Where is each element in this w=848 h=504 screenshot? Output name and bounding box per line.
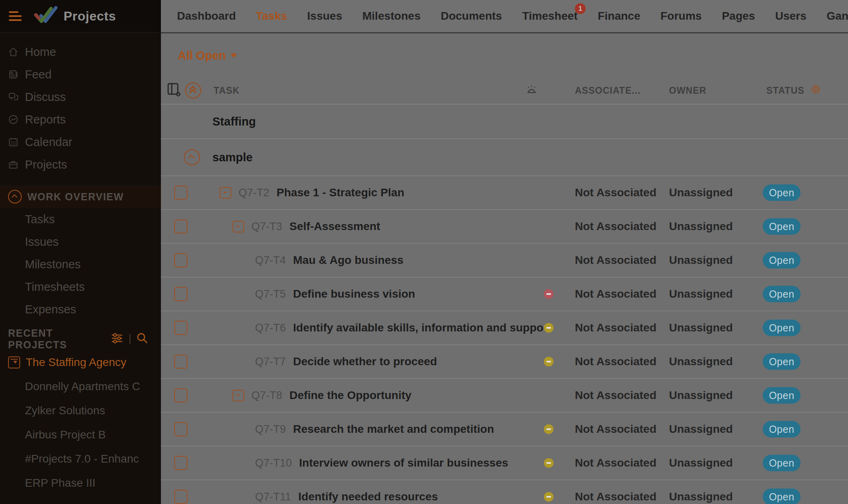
recent-project-item[interactable]: The Staffing Agency [0,350,161,374]
priority-red-icon[interactable] [544,289,554,299]
tab-finance[interactable]: Finance [598,10,640,23]
task-cell: Q7-T6Identify available skills, informat… [255,311,543,344]
recent-project-item[interactable]: Zylker Solutions [0,399,161,423]
collapse-task-icon[interactable] [220,187,231,199]
task-name-link[interactable]: Research the market and competition [293,423,494,436]
task-cell: Q7-T7Decide whether to proceed [255,345,437,378]
recent-project-label: ERP Phase III [25,477,95,490]
row-checkbox[interactable] [174,389,187,403]
column-header-associated[interactable]: ASSOCIATE... [575,85,641,96]
table-header: TASK ASSOCIATE... OWNER STATUS [161,77,848,105]
recent-project-item[interactable]: Airbus Project B [0,423,161,447]
collapse-all-icon[interactable] [185,82,201,99]
feed-icon [8,69,19,80]
task-name-link[interactable]: Phase 1 - Strategic Plan [277,186,404,199]
status-badge[interactable]: Open [763,421,801,438]
status-badge[interactable]: Open [763,320,801,336]
row-checkbox[interactable] [174,253,187,267]
status-badge[interactable]: Open [763,387,801,404]
row-checkbox[interactable] [174,456,187,470]
priority-yellow-icon[interactable] [544,357,554,366]
status-badge[interactable]: Open [763,354,801,370]
recent-project-item[interactable]: ERP Phase III [0,471,161,495]
column-header-owner[interactable]: OWNER [669,85,706,96]
sidebar-item-projects[interactable]: Projects [0,153,161,176]
sidebar-item-milestones[interactable]: Milestones [0,253,161,276]
sidebar-item-feed[interactable]: Feed [0,63,161,86]
row-checkbox[interactable] [174,355,187,369]
priority-yellow-icon[interactable] [544,424,554,434]
task-name-link[interactable]: Mau & Ago business [293,254,403,267]
recent-projects-title: RECENT PROJECTS [8,327,110,351]
tab-forums[interactable]: Forums [661,10,702,23]
group-name[interactable]: Staffing [212,115,256,128]
row-checkbox[interactable] [174,186,187,200]
tab-timesheet[interactable]: Timesheet1 [522,10,578,23]
sidebar-item-calendar[interactable]: Calendar [0,131,161,153]
collapse-task-icon[interactable] [233,390,244,401]
status-badge[interactable]: Open [763,252,801,269]
task-name-link[interactable]: Self-Assessment [290,220,381,233]
recent-project-item[interactable]: Donnelly Apartments C [0,374,161,399]
task-name-link[interactable]: Identify available skills, information a… [293,321,543,334]
recent-project-item[interactable]: #Projects 7.0 - Enhanc [0,447,161,471]
priority-yellow-icon[interactable] [544,458,554,468]
tab-tasks[interactable]: Tasks [256,10,287,23]
filter-sliders-icon[interactable] [110,331,124,347]
task-name-link[interactable]: Interview owners of similar businesses [299,457,508,469]
column-header-status[interactable]: STATUS [766,84,821,97]
task-cell: Q7-T3Self-Assessment [233,210,380,243]
task-id: Q7-T10 [255,457,292,469]
sidebar-item-reports[interactable]: Reports [0,108,161,131]
column-header-task[interactable]: TASK [214,85,240,96]
task-name-link[interactable]: Define business vision [293,288,415,300]
tab-dashboard[interactable]: Dashboard [177,10,236,23]
task-cell: Q7-T8Define the Opportunity [233,379,412,412]
sidebar-item-issues[interactable]: Issues [0,230,161,253]
column-settings-icon[interactable] [167,82,181,99]
tab-issues[interactable]: Issues [307,10,342,23]
priority-yellow-icon[interactable] [544,492,554,502]
tab-pages[interactable]: Pages [722,10,755,23]
sidebar-item-label: Projects [25,158,67,171]
priority-yellow-icon[interactable] [544,323,554,333]
recent-projects-header: RECENT PROJECTS [0,328,161,350]
row-checkbox[interactable] [174,422,187,436]
sidebar-item-expenses[interactable]: Expenses [0,298,161,321]
row-checkbox[interactable] [174,287,187,301]
status-badge[interactable]: Open [763,185,801,201]
notification-badge: 1 [575,3,586,14]
status-settings-gear-icon[interactable] [810,84,821,97]
collapse-task-icon[interactable] [233,221,244,232]
sidebar-item-timesheets[interactable]: Timesheets [0,276,161,298]
sidebar-item-tasks[interactable]: Tasks [0,208,161,230]
tab-milestones[interactable]: Milestones [362,10,421,23]
task-name-link[interactable]: Define the Opportunity [290,389,412,402]
sidebar-item-home[interactable]: Home [0,41,161,63]
row-checkbox[interactable] [174,490,187,504]
status-badge[interactable]: Open [763,286,801,302]
table-row: Q7-T8Define the OpportunityNot Associate… [161,378,848,412]
chevron-down-icon [231,53,237,61]
task-name-link[interactable]: Identify needed resources [298,490,438,503]
search-icon[interactable] [136,332,149,346]
task-name-link[interactable]: Decide whether to proceed [293,355,437,368]
collapse-group-icon[interactable] [184,149,200,165]
hamburger-menu-icon[interactable] [9,11,23,21]
task-table-body: Q7-T2Phase 1 - Strategic PlanNot Associa… [161,175,848,504]
tab-label: Forums [661,10,702,22]
tab-gantt-reports[interactable]: Gantt & Reports [827,10,848,23]
task-view-filter-dropdown[interactable]: All Open [178,49,237,62]
work-overview-header[interactable]: WORK OVERVIEW [0,185,161,208]
sidebar-item-discuss[interactable]: Discuss [0,86,161,108]
tab-users[interactable]: Users [775,10,807,23]
row-checkbox[interactable] [174,220,187,234]
status-badge[interactable]: Open [763,218,801,235]
status-badge[interactable]: Open [763,455,801,471]
row-checkbox[interactable] [174,321,187,335]
tab-label: Gantt & Reports [827,10,848,22]
group-name[interactable]: sample [212,151,253,164]
tab-documents[interactable]: Documents [440,10,502,23]
reminder-column-icon[interactable] [525,83,538,98]
status-badge[interactable]: Open [763,489,801,504]
